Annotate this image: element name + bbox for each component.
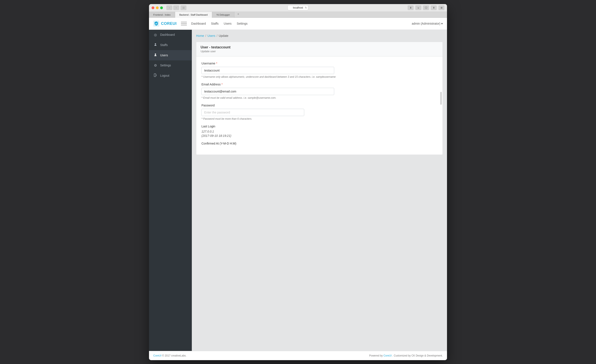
app-footer: CoreUI © 2017 creativeLabs. Powered by C…	[149, 351, 447, 360]
password-input[interactable]	[201, 109, 304, 116]
sidebar-label-settings: Settings	[160, 64, 171, 67]
admin-label: admin (Administrator)	[412, 22, 440, 25]
dropdown-arrow-icon: ▾	[441, 22, 443, 25]
browser-tabs: Frontend - Index Backend - Staff Dashboa…	[149, 12, 447, 18]
app-header: COREUI Dashboard Staffs Users Settings a…	[149, 18, 447, 30]
maximize-button[interactable]	[160, 7, 163, 9]
email-hint: * Email must be valid email address. i.e…	[201, 96, 437, 99]
footer-copyright: © 2017 creativeLabs.	[162, 354, 186, 357]
nav-staffs[interactable]: Staffs	[211, 21, 219, 26]
staffs-icon	[153, 43, 157, 47]
tab-debugger[interactable]: Yii Debugger	[212, 12, 234, 18]
user-icon[interactable]: u	[415, 5, 421, 10]
hamburger-line	[181, 23, 187, 24]
confirmed-at-label: Confirmed At (Y-M-D H:M)	[201, 142, 437, 145]
last-login-datetime: (2017-09-10 18:19:21)	[201, 134, 437, 137]
tab-view-button[interactable]: ⊡	[180, 5, 186, 10]
sidebar-item-dashboard[interactable]: ◎ Dashboard	[149, 30, 192, 40]
card-title: User - testaccount	[201, 45, 438, 49]
form-group-email: Email Address * * Email must be valid em…	[201, 83, 437, 99]
hamburger-menu[interactable]	[181, 21, 187, 26]
pocket-icon[interactable]: ⬇	[408, 5, 414, 10]
nav-settings[interactable]: Settings	[237, 21, 248, 26]
add-tab-icon[interactable]: ⊞	[439, 5, 444, 10]
sidebar-label-dashboard: Dashboard	[160, 33, 175, 36]
admin-menu[interactable]: admin (Administrator) ▾	[412, 22, 443, 25]
sidebar: ◎ Dashboard Staffs Users ⚙ Settings	[149, 30, 192, 351]
brand-icon	[153, 21, 159, 27]
minimize-button[interactable]	[156, 7, 159, 9]
settings-icon: ⚙	[153, 63, 157, 67]
form-group-last-login: Last Login 127.0.0.1 (2017-09-10 18:19:2…	[201, 125, 437, 137]
svg-rect-1	[154, 74, 156, 77]
main-nav: Dashboard Staffs Users Settings	[191, 21, 247, 26]
footer-powered-suffix: . Customized by CK Design & Development.	[392, 354, 443, 357]
form-group-username: Username * * Username only allows alphan…	[201, 62, 437, 78]
password-hint: * Password must be more than 6 character…	[201, 117, 437, 120]
breadcrumb-users[interactable]: Users	[208, 34, 215, 37]
sidebar-item-users[interactable]: Users	[149, 50, 192, 60]
footer-left: CoreUI © 2017 creativeLabs.	[153, 354, 186, 357]
main-content: Home / Users / Update User - testaccount…	[192, 30, 447, 351]
users-icon	[153, 53, 157, 57]
sidebar-label-staffs: Staffs	[160, 43, 168, 47]
url-text: localhost	[293, 6, 303, 9]
brand-name: COREUI	[161, 22, 177, 26]
footer-right: Powered by CoreUI . Customized by CK Des…	[369, 354, 443, 357]
address-bar[interactable]: localhost ↻	[288, 5, 308, 10]
tab-backend[interactable]: Backend - Staff Dashboard	[175, 12, 212, 18]
form-group-confirmed-at: Confirmed At (Y-M-D H:M)	[201, 142, 437, 145]
last-login-label: Last Login	[201, 125, 437, 128]
info-icon[interactable]: ⓘ	[423, 5, 429, 10]
required-star-email: *	[221, 83, 223, 86]
card-header: User - testaccount Update user	[196, 42, 442, 57]
username-label: Username *	[201, 62, 437, 65]
required-star: *	[216, 62, 217, 65]
footer-powered-by: Powered by	[369, 354, 383, 357]
last-login-ip: 127.0.0.1	[201, 130, 437, 133]
dashboard-icon: ◎	[153, 33, 157, 37]
user-update-card: User - testaccount Update user Username …	[196, 42, 443, 155]
footer-brand-link[interactable]: CoreUI	[153, 354, 161, 357]
close-button[interactable]	[152, 7, 154, 9]
breadcrumb-sep-2: /	[217, 34, 217, 37]
email-input[interactable]	[201, 88, 334, 95]
email-label: Email Address *	[201, 83, 437, 86]
card-body: Username * * Username only allows alphan…	[196, 57, 442, 155]
nav-users[interactable]: Users	[224, 21, 232, 26]
breadcrumb-current: Update	[219, 34, 228, 37]
sidebar-item-staffs[interactable]: Staffs	[149, 40, 192, 50]
form-group-password: Password * Password must be more than 6 …	[201, 104, 437, 120]
reload-icon[interactable]: ↻	[305, 6, 307, 9]
nav-dashboard[interactable]: Dashboard	[191, 21, 206, 26]
hamburger-line	[181, 22, 187, 22]
breadcrumb: Home / Users / Update	[196, 34, 443, 37]
username-hint: * Username only allows alphanumeric, und…	[201, 75, 437, 78]
tab-frontend[interactable]: Frontend - Index	[149, 12, 175, 18]
app-body: ◎ Dashboard Staffs Users ⚙ Settings	[149, 30, 447, 351]
share-icon[interactable]: ⬆	[431, 5, 437, 10]
back-button[interactable]: ‹	[166, 5, 172, 10]
card-subtitle: Update user	[201, 50, 438, 53]
hamburger-line	[181, 25, 187, 25]
username-input[interactable]	[201, 67, 334, 74]
new-tab-button[interactable]: +	[235, 12, 241, 16]
sidebar-item-settings[interactable]: ⚙ Settings	[149, 60, 192, 70]
breadcrumb-sep-1: /	[205, 34, 206, 37]
forward-button[interactable]: ›	[173, 5, 179, 10]
logout-icon	[153, 74, 157, 78]
password-label: Password	[201, 104, 437, 107]
footer-powered-link[interactable]: CoreUI	[383, 354, 392, 357]
breadcrumb-home[interactable]: Home	[196, 34, 204, 37]
sidebar-item-logout[interactable]: Logout	[149, 70, 192, 81]
brand: COREUI	[153, 21, 177, 27]
sidebar-label-logout: Logout	[160, 74, 169, 77]
scrollbar[interactable]	[440, 92, 442, 105]
sidebar-label-users: Users	[160, 53, 168, 57]
